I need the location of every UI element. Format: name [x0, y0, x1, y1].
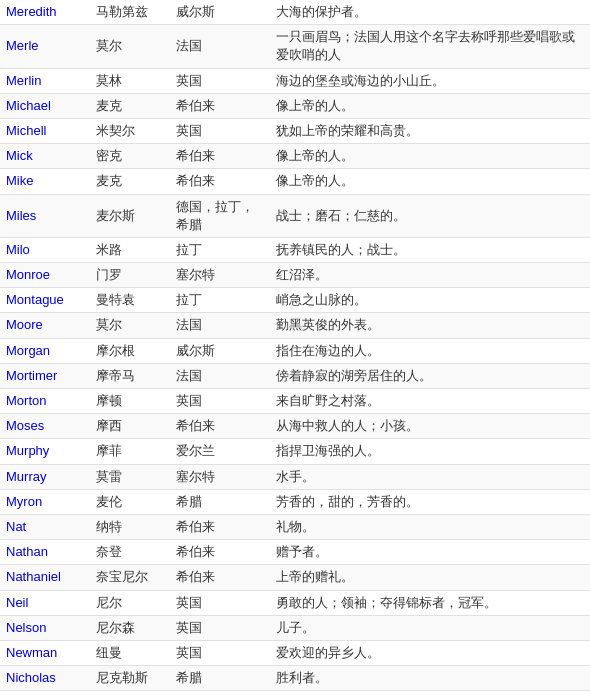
chinese-cell: 麦克 — [90, 169, 170, 194]
origin-cell: 威尔斯 — [170, 338, 270, 363]
chinese-cell: 门罗 — [90, 263, 170, 288]
name-cell[interactable]: Mick — [0, 144, 90, 169]
chinese-cell: 密克 — [90, 144, 170, 169]
chinese-cell: 摩菲 — [90, 439, 170, 464]
name-cell[interactable]: Morgan — [0, 338, 90, 363]
table-row: Mick密克希伯来像上帝的人。 — [0, 144, 590, 169]
table-row: Nicholas尼克勒斯希腊胜利者。 — [0, 666, 590, 691]
name-cell[interactable]: Nelson — [0, 615, 90, 640]
table-row: Myron麦伦希腊芳香的，甜的，芳香的。 — [0, 489, 590, 514]
origin-cell: 希伯来 — [170, 514, 270, 539]
name-cell[interactable]: Myron — [0, 489, 90, 514]
meaning-cell: 大海的保护者。 — [270, 0, 590, 25]
origin-cell: 英国 — [170, 118, 270, 143]
name-cell[interactable]: Moses — [0, 414, 90, 439]
name-cell[interactable]: Nathaniel — [0, 565, 90, 590]
meaning-cell: 海边的堡垒或海边的小山丘。 — [270, 68, 590, 93]
origin-cell: 英国 — [170, 615, 270, 640]
meaning-cell: 战士；磨石；仁慈的。 — [270, 194, 590, 237]
name-cell[interactable]: Montague — [0, 288, 90, 313]
chinese-cell: 莫雷 — [90, 464, 170, 489]
name-cell[interactable]: Milo — [0, 237, 90, 262]
name-cell[interactable]: Monroe — [0, 263, 90, 288]
table-row: Moore莫尔法国勤黑英俊的外表。 — [0, 313, 590, 338]
origin-cell: 塞尔特 — [170, 464, 270, 489]
table-row: Nat纳特希伯来礼物。 — [0, 514, 590, 539]
meaning-cell: 指捍卫海强的人。 — [270, 439, 590, 464]
meaning-cell: 抚养镇民的人；战士。 — [270, 237, 590, 262]
table-row: Mike麦克希伯来像上帝的人。 — [0, 169, 590, 194]
name-cell[interactable]: Nicholas — [0, 666, 90, 691]
table-row: Michael麦克希伯来像上帝的人。 — [0, 93, 590, 118]
meaning-cell: 儿子。 — [270, 615, 590, 640]
table-row: Michell米契尔英国犹如上帝的荣耀和高贵。 — [0, 118, 590, 143]
chinese-cell: 奈登 — [90, 540, 170, 565]
table-row: Morgan摩尔根威尔斯指住在海边的人。 — [0, 338, 590, 363]
origin-cell: 英国 — [170, 590, 270, 615]
chinese-cell: 摩西 — [90, 414, 170, 439]
origin-cell: 希伯来 — [170, 169, 270, 194]
name-cell[interactable]: Morton — [0, 389, 90, 414]
chinese-cell: 摩尔根 — [90, 338, 170, 363]
name-cell[interactable]: Michell — [0, 118, 90, 143]
origin-cell: 威尔斯 — [170, 0, 270, 25]
origin-cell: 法国 — [170, 313, 270, 338]
origin-cell: 英国 — [170, 68, 270, 93]
table-row: Milo米路拉丁抚养镇民的人；战士。 — [0, 237, 590, 262]
meaning-cell: 勇敢的人；领袖；夺得锦标者，冠军。 — [270, 590, 590, 615]
chinese-cell: 尼克勒斯 — [90, 666, 170, 691]
meaning-cell: 礼物。 — [270, 514, 590, 539]
chinese-cell: 纽曼 — [90, 640, 170, 665]
table-row: Nelson尼尔森英国儿子。 — [0, 615, 590, 640]
meaning-cell: 上帝的赠礼。 — [270, 565, 590, 590]
origin-cell: 英国 — [170, 389, 270, 414]
origin-cell: 拉丁 — [170, 288, 270, 313]
chinese-cell: 尼尔 — [90, 590, 170, 615]
name-cell[interactable]: Newman — [0, 640, 90, 665]
meaning-cell: 勤黑英俊的外表。 — [270, 313, 590, 338]
meaning-cell: 指住在海边的人。 — [270, 338, 590, 363]
name-cell[interactable]: Neil — [0, 590, 90, 615]
meaning-cell: 水手。 — [270, 464, 590, 489]
chinese-cell: 米契尔 — [90, 118, 170, 143]
table-row: Merlin莫林英国海边的堡垒或海边的小山丘。 — [0, 68, 590, 93]
origin-cell: 塞尔特 — [170, 263, 270, 288]
table-row: Nathan奈登希伯来赠予者。 — [0, 540, 590, 565]
chinese-cell: 奈宝尼尔 — [90, 565, 170, 590]
table-row: Moses摩西希伯来从海中救人的人；小孩。 — [0, 414, 590, 439]
chinese-cell: 摩顿 — [90, 389, 170, 414]
name-cell[interactable]: Murray — [0, 464, 90, 489]
table-row: Newman纽曼英国爱欢迎的异乡人。 — [0, 640, 590, 665]
meaning-cell: 一只画眉鸟；法国人用这个名字去称呼那些爱唱歌或爱吹哨的人 — [270, 25, 590, 68]
name-cell[interactable]: Meredith — [0, 0, 90, 25]
name-cell[interactable]: Miles — [0, 194, 90, 237]
chinese-cell: 尼尔森 — [90, 615, 170, 640]
name-cell[interactable]: Mortimer — [0, 363, 90, 388]
meaning-cell: 爱欢迎的异乡人。 — [270, 640, 590, 665]
name-cell[interactable]: Nat — [0, 514, 90, 539]
chinese-cell: 莫林 — [90, 68, 170, 93]
name-cell[interactable]: Michael — [0, 93, 90, 118]
chinese-cell: 麦伦 — [90, 489, 170, 514]
meaning-cell: 胜利者。 — [270, 666, 590, 691]
origin-cell: 拉丁 — [170, 237, 270, 262]
meaning-cell: 像上帝的人。 — [270, 93, 590, 118]
chinese-cell: 米路 — [90, 237, 170, 262]
table-row: Morton摩顿英国来自旷野之村落。 — [0, 389, 590, 414]
name-cell[interactable]: Nathan — [0, 540, 90, 565]
meaning-cell: 芳香的，甜的，芳香的。 — [270, 489, 590, 514]
table-row: Meredith马勒第兹威尔斯大海的保护者。 — [0, 0, 590, 25]
origin-cell: 法国 — [170, 363, 270, 388]
origin-cell: 爱尔兰 — [170, 439, 270, 464]
table-row: Montague曼特袁拉丁峭急之山脉的。 — [0, 288, 590, 313]
name-cell[interactable]: Moore — [0, 313, 90, 338]
table-row: Miles麦尔斯德国，拉丁，希腊战士；磨石；仁慈的。 — [0, 194, 590, 237]
origin-cell: 希伯来 — [170, 540, 270, 565]
table-row: Murray莫雷塞尔特水手。 — [0, 464, 590, 489]
name-cell[interactable]: Merlin — [0, 68, 90, 93]
origin-cell: 希腊 — [170, 666, 270, 691]
name-cell[interactable]: Mike — [0, 169, 90, 194]
chinese-cell: 莫尔 — [90, 313, 170, 338]
name-cell[interactable]: Merle — [0, 25, 90, 68]
name-cell[interactable]: Murphy — [0, 439, 90, 464]
